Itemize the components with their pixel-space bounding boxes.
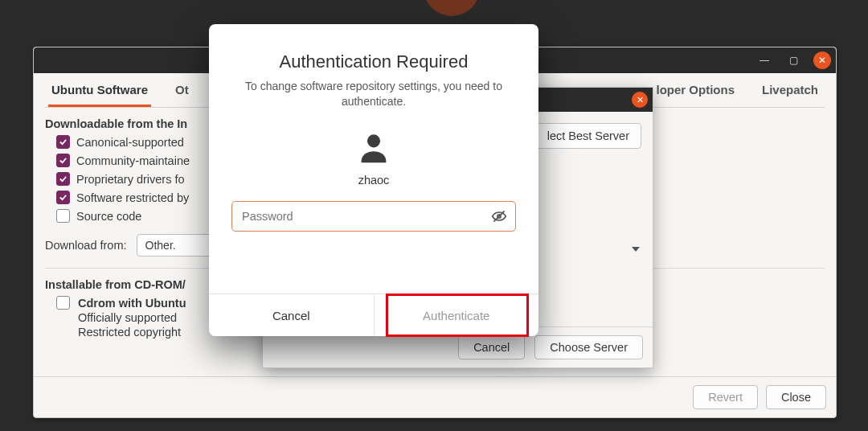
cdrom-line2: Officially supported <box>78 310 186 325</box>
cdrom-line3: Restricted copyright <box>78 325 186 339</box>
subdialog-cancel-button[interactable]: Cancel <box>458 335 525 359</box>
cdrom-line1: Cdrom with Ubuntu <box>78 296 186 310</box>
subdialog-close-button[interactable]: ✕ <box>632 92 648 108</box>
tab-other-software[interactable]: Ot <box>172 73 192 107</box>
checkbox-icon <box>56 209 70 223</box>
auth-cancel-button[interactable]: Cancel <box>209 294 374 336</box>
auth-dialog: Authentication Required To change softwa… <box>209 24 538 336</box>
revert-button[interactable]: Revert <box>693 385 758 409</box>
user-avatar-icon <box>355 129 392 166</box>
auth-title: Authentication Required <box>222 51 526 72</box>
tab-developer-options[interactable]: loper Options <box>653 73 738 107</box>
window-close-button[interactable]: ✕ <box>813 51 831 69</box>
download-from-label: Download from: <box>45 239 127 252</box>
tab-ubuntu-software[interactable]: Ubuntu Software <box>48 73 151 107</box>
password-field[interactable] <box>231 201 516 232</box>
auth-user-block: zhaoc <box>209 129 538 187</box>
close-button[interactable]: Close <box>766 385 826 409</box>
window-maximize-button[interactable]: ▢ <box>784 51 802 69</box>
opt-restricted-label: Software restricted by <box>76 191 189 204</box>
toggle-password-visibility-icon[interactable] <box>491 208 507 224</box>
opt-community-label: Community-maintaine <box>76 154 190 167</box>
auth-username: zhaoc <box>358 174 390 187</box>
checkbox-icon <box>56 191 70 204</box>
opt-proprietary-label: Proprietary drivers fo <box>76 173 185 186</box>
window-minimize-button[interactable]: — <box>755 51 773 69</box>
choose-server-button[interactable]: Choose Server <box>534 335 643 359</box>
download-from-select[interactable]: Other. <box>137 234 212 257</box>
dropdown-chevron-icon[interactable] <box>632 247 640 252</box>
checkbox-icon <box>56 172 70 186</box>
opt-source-label: Source code <box>76 210 141 223</box>
select-best-server-button[interactable]: lect Best Server <box>535 123 641 149</box>
tab-livepatch[interactable]: Livepatch <box>759 73 821 107</box>
window-footer: Revert Close <box>34 376 836 417</box>
opt-canonical-label: Canonical-supported <box>76 136 184 149</box>
auth-authenticate-button[interactable]: Authenticate <box>374 294 539 336</box>
password-input[interactable] <box>240 209 491 224</box>
svg-point-0 <box>367 134 380 147</box>
checkbox-icon <box>56 154 70 167</box>
checkbox-icon <box>56 296 70 310</box>
checkbox-icon <box>56 135 70 149</box>
auth-actions: Cancel Authenticate <box>209 293 538 336</box>
auth-message: To change software repository settings, … <box>244 79 503 109</box>
